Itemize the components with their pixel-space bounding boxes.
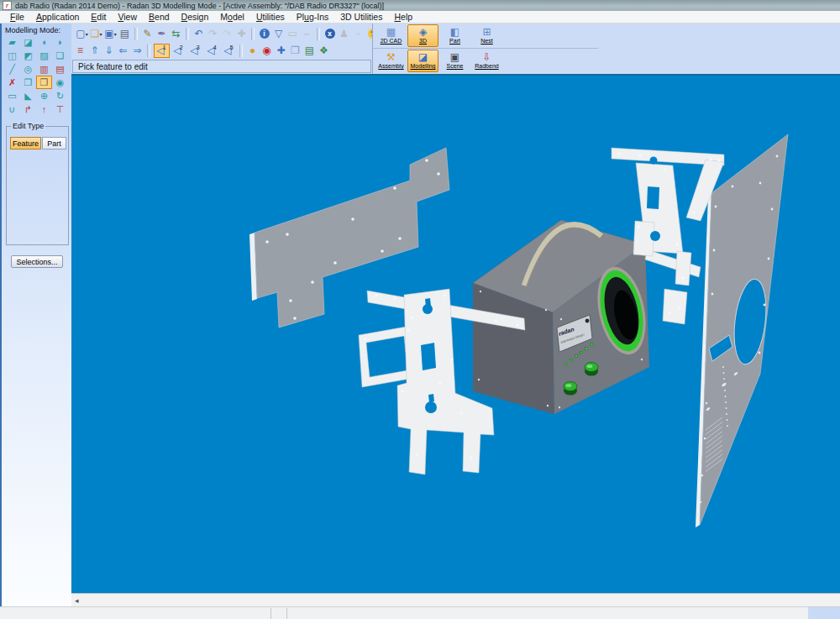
repeat-icon: ↷ bbox=[221, 27, 234, 41]
copy-view-icon[interactable]: ❐ bbox=[289, 44, 302, 58]
mode-part-button[interactable]: ◧Part bbox=[439, 24, 470, 47]
report-icon[interactable]: ▤ bbox=[303, 44, 317, 58]
dropdown-arrow-icon: ▾ bbox=[114, 31, 117, 37]
radio-knob-1[interactable] bbox=[585, 363, 598, 376]
redo-icon: ↷ bbox=[207, 27, 220, 41]
menu-item-plug-ins[interactable]: Plug-Ins bbox=[291, 12, 335, 22]
scroll-left-icon[interactable]: ◂ bbox=[75, 595, 79, 606]
attach-icon: ♟ bbox=[338, 27, 351, 41]
mode-panel-row-1: ▦2D CAD◈3D◧Part⊞Nest bbox=[373, 24, 598, 49]
sheet-icon[interactable]: ▰ bbox=[4, 35, 20, 49]
title-bar[interactable]: r dab Radio (Radan 2014 Demo) - Radan 3D… bbox=[0, 0, 840, 11]
new-document-icon[interactable]: ▢▾ bbox=[76, 27, 89, 41]
menu-item-utilities[interactable]: Utilities bbox=[250, 12, 291, 22]
viewport-3d[interactable]: radan DAB RADIO DR3327 bbox=[71, 76, 840, 593]
mode-2d-cad-icon: ▦ bbox=[386, 27, 396, 38]
cylinder-icon[interactable]: ◎ bbox=[20, 62, 36, 76]
feature-button[interactable]: Feature bbox=[10, 137, 41, 150]
menu-item-design[interactable]: Design bbox=[176, 12, 215, 22]
menu-item-3d-utilities[interactable]: 3D Utilities bbox=[334, 12, 388, 22]
mode-radbend-button[interactable]: ⇩Radbend bbox=[471, 50, 502, 72]
info-icon[interactable]: i bbox=[258, 27, 271, 41]
corner-bend-icon[interactable]: ❏ bbox=[52, 49, 68, 62]
part-button[interactable]: Part bbox=[42, 137, 66, 150]
prompt-text: Pick feature to edit bbox=[78, 62, 148, 71]
mode-panel: ▦2D CAD◈3D◧Part⊞Nest ⚒Assembly◪Modelling… bbox=[372, 24, 598, 74]
measure-icon[interactable]: ▭ bbox=[4, 89, 20, 102]
menu-item-help[interactable]: Help bbox=[388, 12, 418, 22]
view-feature-icon[interactable]: ◉ bbox=[52, 76, 68, 89]
roll-icon[interactable]: ◖ bbox=[36, 35, 52, 49]
mode-modelling-button[interactable]: ◪Modelling bbox=[407, 50, 438, 72]
open-file-icon[interactable]: ❏▾ bbox=[90, 27, 103, 41]
delete-icon[interactable]: ✗ bbox=[4, 76, 20, 89]
mode-assembly-button[interactable]: ⚒Assembly bbox=[375, 50, 407, 72]
form-icon[interactable]: ◗ bbox=[52, 35, 68, 49]
bend-up-icon[interactable]: ↱ bbox=[20, 102, 36, 116]
mode-modelling-icon: ◪ bbox=[418, 52, 428, 63]
pan-icon[interactable]: ✚ bbox=[275, 44, 288, 58]
levels-icon[interactable]: ≡ bbox=[74, 44, 87, 58]
excel-export-icon[interactable]: x bbox=[323, 27, 337, 41]
pin-icon[interactable]: ⊤ bbox=[52, 102, 68, 116]
jog-icon[interactable]: ↑ bbox=[36, 102, 52, 116]
twist-icon[interactable]: ↻ bbox=[52, 89, 68, 102]
mode-nest-button[interactable]: ⊞Nest bbox=[471, 24, 502, 47]
solid-box-icon[interactable]: ▨ bbox=[36, 49, 52, 62]
view-left-icon[interactable]: ⇐ bbox=[117, 44, 130, 58]
target-point-icon[interactable]: ◉ bbox=[260, 44, 274, 58]
print-icon[interactable]: ▤ bbox=[118, 27, 132, 41]
mode-radbend-icon: ⇩ bbox=[482, 52, 491, 63]
view-3-button[interactable]: ◁3 bbox=[187, 44, 203, 58]
rod-icon[interactable]: ╱ bbox=[4, 62, 20, 76]
view-right-icon[interactable]: ⇒ bbox=[131, 44, 144, 58]
mode-3d-button[interactable]: ◈3D bbox=[407, 24, 438, 47]
menu-item-model[interactable]: Model bbox=[214, 12, 250, 22]
menu-item-edit[interactable]: Edit bbox=[85, 12, 112, 22]
status-right-cell bbox=[808, 607, 840, 619]
view-1-button[interactable]: ◁1 bbox=[154, 44, 170, 58]
edit-wand-icon[interactable]: ✒ bbox=[155, 27, 169, 41]
edit-type-label: Edit Type bbox=[11, 122, 45, 130]
filter-icon[interactable]: ▽ bbox=[272, 27, 286, 41]
duplicate-icon[interactable]: ❐ bbox=[20, 76, 36, 89]
menu-item-application[interactable]: Application bbox=[30, 12, 85, 22]
corner-radius-icon[interactable]: ◣ bbox=[20, 89, 36, 102]
draw-pencil-icon[interactable]: ✎ bbox=[141, 27, 155, 41]
sketch-icon[interactable]: ∪ bbox=[4, 102, 20, 116]
undo-icon[interactable]: ↶ bbox=[192, 27, 206, 41]
mode-2d-cad-button[interactable]: ▦2D CAD bbox=[375, 24, 407, 47]
face-icon[interactable]: ◩ bbox=[20, 49, 36, 62]
unfold-icon[interactable]: ◫ bbox=[4, 49, 20, 62]
replace-icon[interactable]: ⇆ bbox=[170, 27, 183, 41]
fold-icon[interactable]: ◪ bbox=[20, 35, 36, 49]
shield-icon[interactable]: ❖ bbox=[318, 44, 331, 58]
import-part-icon[interactable]: ▥ bbox=[36, 62, 52, 76]
shaded-view-icon[interactable]: ● bbox=[246, 44, 260, 58]
view-up-icon[interactable]: ⇑ bbox=[88, 44, 102, 58]
radio-knob-2[interactable] bbox=[564, 382, 577, 396]
export-part-icon[interactable]: ▤ bbox=[52, 62, 68, 76]
view-2-button[interactable]: ◁2 bbox=[171, 44, 186, 58]
horizontal-scrollbar[interactable]: ◂ bbox=[71, 593, 840, 606]
toolbar-area: ▢▾❏▾▣▾▤✎✒⇆↶↷↷✚i▽▭⇔x♟▫? ≡⇑⇓⇐⇒◁1◁2◁3◁4◁5●◉… bbox=[71, 24, 840, 74]
menu-bar[interactable]: FileApplicationEditViewBendDesignModelUt… bbox=[0, 11, 840, 24]
menu-item-file[interactable]: File bbox=[4, 12, 30, 22]
toolbar-separator bbox=[239, 45, 243, 57]
menu-item-bend[interactable]: Bend bbox=[143, 12, 176, 22]
edit-feature-icon[interactable]: ❒ bbox=[36, 76, 52, 89]
prompt-bar: Pick feature to edit bbox=[72, 60, 371, 73]
mode-nest-icon: ⊞ bbox=[482, 27, 491, 38]
view-5-button[interactable]: ◁5 bbox=[221, 44, 237, 58]
drill-icon[interactable]: ⊕ bbox=[36, 89, 52, 102]
mode-assembly-icon: ⚒ bbox=[386, 52, 396, 63]
zoom-box-icon: ▭ bbox=[286, 27, 300, 41]
save-icon[interactable]: ▣▾ bbox=[104, 27, 118, 41]
view-4-button[interactable]: ◁4 bbox=[204, 44, 220, 58]
toolbar-separator bbox=[186, 28, 189, 40]
mode-scene-button[interactable]: ▣Scene bbox=[439, 50, 470, 72]
selections-button[interactable]: Selections... bbox=[11, 255, 63, 268]
menu-item-view[interactable]: View bbox=[112, 12, 143, 22]
view-down-icon[interactable]: ⇓ bbox=[102, 44, 116, 58]
app-icon: r bbox=[3, 1, 12, 10]
